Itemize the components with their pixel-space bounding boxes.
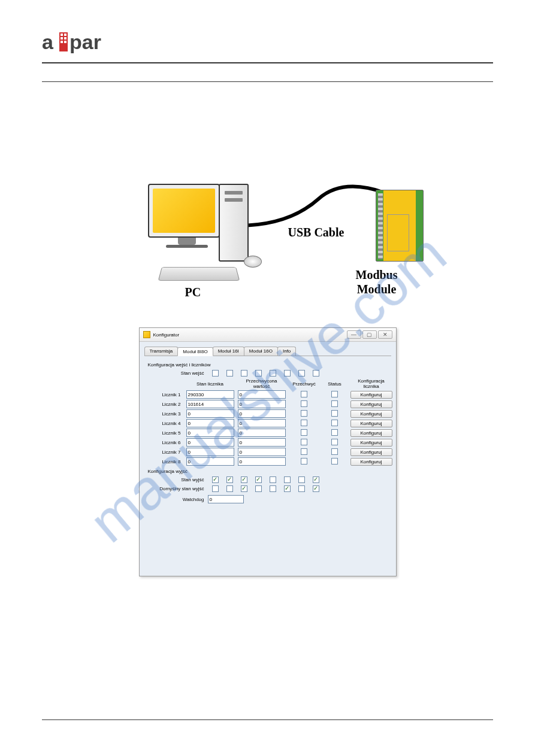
counter-stan-input[interactable]: 0 [186,448,234,456]
stan-wejsc-chk-5[interactable] [270,370,276,377]
modbus-label-line1: Modbus [356,268,398,281]
hdr-stan-licznika: Stan licznika [186,381,234,387]
dom-stan-chk-7[interactable] [298,485,305,492]
counter-capture-chk-5[interactable] [301,429,307,436]
stan-wyjsc-chk-1[interactable] [212,476,219,483]
minimize-button[interactable]: — [347,330,361,339]
usb-cable-graphic [235,181,391,229]
stan-wejsc-chk-3[interactable] [241,370,247,377]
close-button[interactable]: ✕ [378,330,392,339]
dom-stan-chk-2[interactable] [226,485,233,492]
counter-captured-input[interactable]: 0 [238,457,286,466]
stan-wejsc-chk-8[interactable] [313,370,319,377]
svg-text:a: a [42,31,54,53]
window-controls: — ▢ ✕ [347,330,392,339]
counter-captured-input[interactable]: 0 [238,400,286,408]
stan-wyjsc-chk-6[interactable] [284,476,291,483]
counter-label: Licznik 3 [147,411,183,417]
counter-config-button[interactable]: Konfiguruj [350,400,392,408]
counter-label: Licznik 4 [147,421,183,426]
stan-wejsc-chk-2[interactable] [226,370,233,377]
tab-modul-16i[interactable]: Moduł 16I [213,347,244,356]
counter-label: Licznik 2 [147,402,183,407]
watchdog-input[interactable]: 0 [208,495,244,503]
divider-top [42,62,493,63]
stan-wyjsc-chk-8[interactable] [313,476,319,483]
dom-stan-chk-3[interactable] [241,485,247,492]
watchdog-label: Watchdog [144,497,204,502]
counter-captured-input[interactable]: 0 [238,390,286,399]
usb-cable-label: USB Cable [288,226,344,239]
counter-captured-input[interactable]: 0 [238,409,286,418]
counter-capture-chk-7[interactable] [301,448,307,455]
dom-stan-chk-5[interactable] [270,485,276,492]
hdr-status: Status [323,381,347,387]
counter-config-button[interactable]: Konfiguruj [350,420,392,427]
svg-text:par: par [69,31,101,53]
stan-wyjsc-chk-4[interactable] [255,476,262,483]
counter-status-chk-4[interactable] [331,420,338,426]
counter-config-button[interactable]: Konfiguruj [350,448,392,456]
dom-stan-chk-4[interactable] [255,485,262,492]
svg-rect-3 [61,37,63,40]
tab-transmisja[interactable]: Transmisja [144,347,179,356]
hdr-konfig: Konfiguracja licznika [350,378,392,389]
stan-wejsc-chk-1[interactable] [212,370,219,377]
counter-captured-input[interactable]: 0 [238,438,286,447]
maximize-button[interactable]: ▢ [362,330,377,339]
counter-capture-chk-6[interactable] [301,439,307,445]
counter-capture-chk-4[interactable] [301,420,307,426]
counter-row-1: Licznik 12903300Konfiguruj [144,390,391,399]
counter-row-8: Licznik 800Konfiguruj [144,457,391,466]
counter-status-chk-8[interactable] [331,458,338,464]
stan-wejsc-chk-7[interactable] [298,370,305,377]
counter-stan-input[interactable]: 290330 [186,390,234,399]
counter-captured-input[interactable]: 0 [238,448,286,456]
stan-wyjsc-chk-3[interactable] [241,476,247,483]
window-body: Transmisja Moduł 8I8O Moduł 16I Moduł 16… [140,342,396,576]
counter-capture-chk-3[interactable] [301,410,307,417]
counter-status-chk-2[interactable] [331,400,338,407]
stan-wejsc-chk-4[interactable] [255,370,262,377]
counter-capture-chk-1[interactable] [301,391,307,397]
counter-stan-input[interactable]: 101614 [186,400,234,408]
tab-modul-8i8o[interactable]: Moduł 8I8O [177,347,213,356]
counter-captured-input[interactable]: 0 [238,419,286,427]
stan-wyjsc-label: Stan wyjść [144,477,204,482]
counter-row-5: Licznik 500Konfiguruj [144,428,391,438]
section-outputs-label: Konfiguracja wyjść [144,466,391,475]
tab-info[interactable]: Info [277,347,296,356]
counter-stan-input[interactable]: 0 [186,429,234,437]
tab-bar: Transmisja Moduł 8I8O Moduł 16I Moduł 16… [144,347,391,356]
tab-modul-16o[interactable]: Moduł 16O [244,347,278,356]
counter-stan-input[interactable]: 0 [186,457,234,466]
counter-capture-chk-8[interactable] [301,458,307,464]
counter-status-chk-6[interactable] [331,439,338,445]
counter-label: Licznik 7 [147,450,183,455]
counter-config-button[interactable]: Konfiguruj [350,439,392,447]
counter-stan-input[interactable]: 0 [186,438,234,447]
counter-config-button[interactable]: Konfiguruj [350,410,392,418]
counter-config-button[interactable]: Konfiguruj [350,458,392,466]
dom-stan-chk-1[interactable] [212,485,219,492]
pc-monitor-graphic [148,184,226,250]
dom-stan-chk-6[interactable] [284,485,291,492]
counter-status-chk-1[interactable] [331,391,338,397]
stan-wejsc-chk-6[interactable] [284,370,291,377]
counter-label: Licznik 8 [147,459,183,464]
counter-stan-input[interactable]: 0 [186,409,234,418]
counter-config-button[interactable]: Konfiguruj [350,391,392,399]
stan-wyjsc-chk-5[interactable] [270,476,276,483]
stan-wyjsc-chk-7[interactable] [298,476,305,483]
counter-label: Licznik 1 [147,392,183,397]
modbus-module-graphic [376,190,424,262]
dom-stan-chk-8[interactable] [313,485,319,492]
counter-status-chk-3[interactable] [331,410,338,417]
counter-status-chk-7[interactable] [331,448,338,455]
counter-config-button[interactable]: Konfiguruj [350,429,392,437]
counter-capture-chk-2[interactable] [301,400,307,407]
counter-stan-input[interactable]: 0 [186,419,234,427]
stan-wyjsc-chk-2[interactable] [226,476,233,483]
counter-status-chk-5[interactable] [331,429,338,436]
counter-captured-input[interactable]: 0 [238,429,286,437]
